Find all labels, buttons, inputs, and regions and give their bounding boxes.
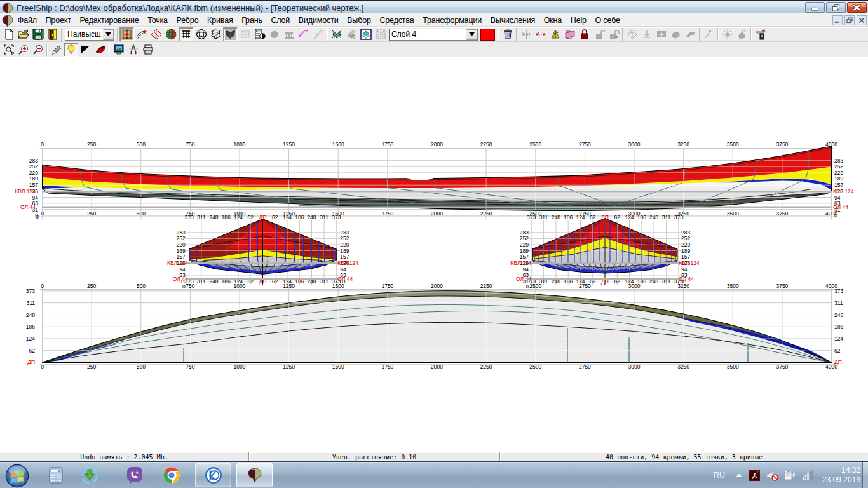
axis-label: 248 [552, 278, 560, 285]
printer-button[interactable] [140, 43, 155, 57]
menu-item-11[interactable]: Средства [376, 13, 419, 27]
menu-item-10[interactable]: Выбор [342, 13, 375, 27]
measure-compass-button[interactable] [126, 43, 140, 57]
taskbar-app-kompas[interactable] [195, 463, 231, 487]
taskbar-icon-viber[interactable] [125, 466, 144, 485]
status-undo-memory: Undo память : 2.045 Mb. [0, 452, 248, 461]
adobe-reader-icon[interactable] [749, 470, 760, 481]
menu-item-1[interactable]: Файл [13, 13, 41, 27]
curvature-band-button[interactable] [296, 27, 311, 41]
child-restore-button[interactable] [844, 15, 855, 25]
tray-expand-icon[interactable] [735, 472, 743, 478]
view-toolbar [0, 42, 868, 57]
lines-plan-canvas[interactable]: 0250500750100012501500175020002250250027… [0, 58, 868, 452]
taskbar-app-freeship[interactable] [236, 463, 273, 487]
menu-item-12[interactable]: Трансформации [418, 13, 486, 27]
zoom-out-button[interactable] [31, 43, 45, 57]
hull-shaded-button[interactable] [223, 27, 238, 41]
axis-label: 62 [614, 278, 621, 285]
language-indicator[interactable]: RU [714, 471, 725, 480]
show-desktop-button[interactable] [862, 462, 868, 488]
axis-label: 373 [185, 214, 194, 220]
exit-door-button[interactable] [45, 27, 60, 41]
taskbar-icon-download-master[interactable] [80, 466, 99, 485]
menu-item-13[interactable]: Вычисления [486, 13, 539, 27]
new-file-button[interactable] [1, 27, 16, 41]
trash-bin-button[interactable] [500, 27, 515, 41]
toolbar-separator [717, 28, 719, 41]
precision-combo-dropdown-icon[interactable] [103, 29, 114, 40]
fan-plane-button[interactable] [548, 27, 562, 41]
axis-label: 3500 [727, 210, 739, 217]
close-button[interactable] [847, 2, 867, 13]
interior-edges-button[interactable] [179, 27, 194, 41]
layer-combo[interactable]: Слой 4 [389, 29, 478, 41]
axis-label: 2000 [431, 141, 443, 147]
open-folder-button[interactable] [16, 27, 31, 41]
volume-muted-icon[interactable] [766, 470, 778, 481]
light-bulb-button[interactable] [64, 43, 78, 57]
zoom-in-button[interactable] [16, 43, 31, 57]
axis-label: 500 [137, 283, 146, 289]
collapse-dots-button[interactable] [533, 27, 548, 41]
taskbar-icon-chrome[interactable] [162, 466, 181, 485]
restore-button[interactable] [826, 2, 846, 13]
layer-arrows-icon [375, 29, 386, 40]
hull-perspective-button[interactable] [208, 27, 223, 41]
cutter-knife-icon [755, 29, 766, 40]
bend-band-icon [685, 29, 696, 40]
axis-label: 283 [681, 229, 690, 236]
wire-globe-button[interactable] [194, 27, 208, 41]
blob2-button [668, 27, 683, 41]
axis-label: 2750 [579, 283, 591, 289]
menu-item-14[interactable]: Окна [539, 13, 566, 27]
start-button[interactable] [5, 464, 29, 488]
gauss-sphere-button[interactable] [163, 27, 178, 41]
add-curve-button[interactable] [134, 27, 149, 41]
cross-planes-button[interactable] [562, 27, 577, 41]
menu-item-3[interactable]: Редактирование [76, 13, 144, 27]
axis-label: 186 [834, 323, 843, 330]
axis-label: 1750 [381, 141, 393, 147]
save-image-button[interactable] [111, 43, 126, 57]
precision-combo[interactable]: Наивысш. [65, 29, 114, 41]
cutter-knife-button[interactable] [753, 27, 768, 41]
zoom-extents-button[interactable] [1, 43, 16, 57]
taskbar-icon-calculator[interactable]: 0 [46, 466, 65, 485]
clock[interactable]: 14:32 23.09.2019 [822, 466, 860, 485]
save-image-icon [113, 44, 125, 55]
menu-item-7[interactable]: Грань [237, 13, 266, 27]
black-triangle-button[interactable] [78, 43, 93, 57]
lock-red-button[interactable] [577, 27, 592, 41]
axis-label: 248 [307, 214, 316, 220]
dev-check-button[interactable] [149, 27, 163, 41]
menu-item-8[interactable]: Слой [267, 13, 294, 27]
child-close-button[interactable] [857, 15, 867, 25]
layer-props-button[interactable] [358, 27, 373, 41]
bg-color-button[interactable] [49, 43, 64, 57]
network-status-icon[interactable] [802, 470, 814, 480]
axis-label: 220 [834, 170, 843, 176]
layer-combo-dropdown-icon[interactable] [466, 29, 477, 40]
child-minimize-button[interactable] [832, 15, 843, 25]
hydrostatics-button[interactable] [252, 27, 267, 41]
axis-label: 750 [186, 283, 194, 289]
menu-item-15[interactable]: Help [566, 13, 591, 27]
toolbar-separator [61, 28, 62, 41]
menu-item-6[interactable]: Кривая [203, 13, 237, 27]
menu-item-16[interactable]: О себе [591, 13, 625, 27]
menu-item-5[interactable]: Ребро [172, 13, 203, 27]
view-toolbar-items [0, 42, 868, 57]
axis-label: 186 [564, 278, 573, 285]
control-net-button[interactable] [119, 27, 134, 41]
layer-color-swatch[interactable] [480, 29, 495, 41]
save-file-button[interactable] [31, 27, 45, 41]
menu-item-9[interactable]: Видимости [294, 13, 342, 27]
intersect-layers-button[interactable] [329, 27, 344, 41]
hull-red-button[interactable] [93, 43, 107, 57]
menu-item-4[interactable]: Точка [143, 13, 172, 27]
menu-item-2[interactable]: Проект [41, 13, 76, 27]
minimize-button[interactable] [805, 2, 825, 13]
power-plug-icon[interactable] [784, 470, 796, 481]
axis-label: 2000 [431, 363, 443, 370]
